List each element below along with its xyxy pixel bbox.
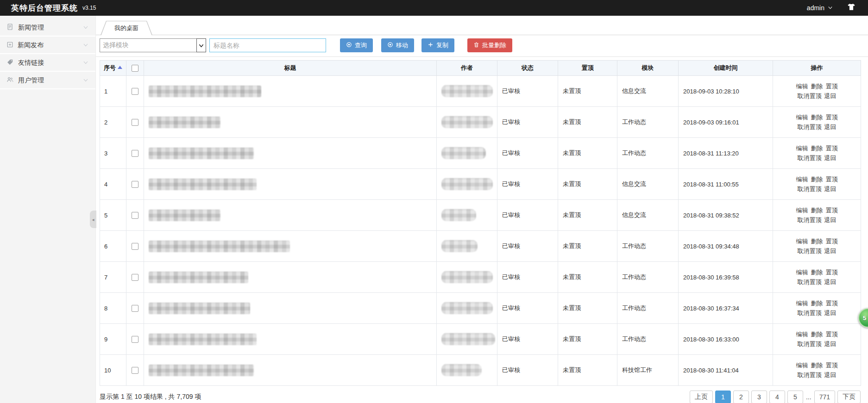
column-header-top[interactable]: 置顶 xyxy=(558,61,617,76)
row-checkbox[interactable] xyxy=(132,181,138,188)
row-checkbox[interactable] xyxy=(132,150,138,157)
column-header-status[interactable]: 状态 xyxy=(497,61,558,76)
row-checkbox[interactable] xyxy=(132,243,138,250)
column-header-title[interactable]: 标题 xyxy=(144,61,437,76)
delete-link[interactable]: 删除 xyxy=(811,145,823,152)
row-checkbox[interactable] xyxy=(132,274,138,281)
cancel-top-link[interactable]: 取消置顶 xyxy=(798,279,822,285)
cancel-top-link[interactable]: 取消置顶 xyxy=(798,310,822,316)
cancel-top-link[interactable]: 取消置顶 xyxy=(798,186,822,192)
next-page-button[interactable]: 下页 xyxy=(837,391,861,403)
return-link[interactable]: 退回 xyxy=(824,217,837,223)
tab-my-desktop[interactable]: 我的桌面 xyxy=(101,21,152,35)
row-checkbox[interactable] xyxy=(132,336,138,343)
edit-link[interactable]: 编辑 xyxy=(796,207,808,214)
return-link[interactable]: 退回 xyxy=(824,124,837,130)
delete-link[interactable]: 删除 xyxy=(811,176,823,183)
delete-link[interactable]: 删除 xyxy=(811,114,823,121)
stick-top-link[interactable]: 置顶 xyxy=(826,300,838,307)
sidebar-item-news-management[interactable]: 新闻管理 xyxy=(0,20,95,37)
edit-link[interactable]: 编辑 xyxy=(796,145,808,152)
last-page-button[interactable]: 771 xyxy=(814,391,835,403)
page-button[interactable]: 4 xyxy=(769,391,785,403)
cancel-top-link[interactable]: 取消置顶 xyxy=(798,248,822,254)
stick-top-link[interactable]: 置顶 xyxy=(826,145,838,152)
stick-top-link[interactable]: 置顶 xyxy=(826,362,838,369)
return-link[interactable]: 退回 xyxy=(824,372,837,378)
return-link[interactable]: 退回 xyxy=(824,310,837,316)
return-link[interactable]: 退回 xyxy=(824,186,837,192)
column-header-created[interactable]: 创建时间 xyxy=(679,61,773,76)
page-button[interactable]: 1 xyxy=(715,391,731,403)
delete-link[interactable]: 删除 xyxy=(811,269,823,276)
return-link[interactable]: 退回 xyxy=(824,155,837,161)
column-header-module[interactable]: 模块 xyxy=(617,61,679,76)
edit-link[interactable]: 编辑 xyxy=(796,114,808,121)
app-version: v3.15 xyxy=(82,5,96,11)
row-title-cell xyxy=(144,107,437,138)
return-link[interactable]: 退回 xyxy=(824,341,837,347)
title-redacted xyxy=(149,303,250,314)
edit-link[interactable]: 编辑 xyxy=(796,83,808,90)
delete-link[interactable]: 删除 xyxy=(811,331,823,338)
edit-link[interactable]: 编辑 xyxy=(796,269,808,276)
row-checkbox[interactable] xyxy=(132,212,138,219)
sidebar-item-friend-links[interactable]: 友情链接 xyxy=(0,55,95,72)
batch-delete-button[interactable]: 批量删除 xyxy=(467,38,512,52)
edit-link[interactable]: 编辑 xyxy=(796,362,808,369)
admin-user-menu[interactable]: admin xyxy=(807,4,833,12)
stick-top-link[interactable]: 置顶 xyxy=(826,207,838,214)
cancel-top-link[interactable]: 取消置顶 xyxy=(798,124,822,130)
delete-link[interactable]: 删除 xyxy=(811,238,823,245)
return-link[interactable]: 退回 xyxy=(824,93,837,99)
stick-top-link[interactable]: 置顶 xyxy=(826,269,838,276)
row-created-time: 2018-09-03 09:16:01 xyxy=(679,107,773,138)
column-header-serial[interactable]: 序号 xyxy=(100,61,126,76)
title-redacted xyxy=(149,86,261,97)
page-button[interactable]: 2 xyxy=(733,391,749,403)
edit-link[interactable]: 编辑 xyxy=(796,238,808,245)
select-all-checkbox[interactable] xyxy=(132,65,138,72)
row-checkbox[interactable] xyxy=(132,119,138,126)
cancel-top-link[interactable]: 取消置顶 xyxy=(798,217,822,223)
sidebar-item-user-management[interactable]: 用户管理 xyxy=(0,73,95,89)
stick-top-link[interactable]: 置顶 xyxy=(826,83,838,90)
return-link[interactable]: 退回 xyxy=(824,279,837,285)
edit-link[interactable]: 编辑 xyxy=(796,300,808,307)
delete-link[interactable]: 删除 xyxy=(811,300,823,307)
row-top-status: 未置顶 xyxy=(558,169,617,200)
column-header-author[interactable]: 作者 xyxy=(437,61,497,76)
stick-top-link[interactable]: 置顶 xyxy=(826,331,838,338)
prev-page-button[interactable]: 上页 xyxy=(690,391,713,403)
collapse-sidebar-handle[interactable]: ◂ xyxy=(90,211,96,228)
title-search-input[interactable] xyxy=(209,38,326,52)
edit-link[interactable]: 编辑 xyxy=(796,331,808,338)
sidebar-item-news-publish[interactable]: 新闻发布 xyxy=(0,37,95,54)
stick-top-link[interactable]: 置顶 xyxy=(826,114,838,121)
stick-top-link[interactable]: 置顶 xyxy=(826,176,838,183)
row-checkbox[interactable] xyxy=(132,367,138,374)
tshirt-theme-icon[interactable] xyxy=(847,3,856,13)
row-checkbox[interactable] xyxy=(132,88,138,95)
module-select[interactable]: 选择模块 xyxy=(100,38,206,52)
tab-label: 我的桌面 xyxy=(101,21,152,35)
title-redacted xyxy=(149,117,220,128)
return-link[interactable]: 退回 xyxy=(824,248,837,254)
page-button[interactable]: 5 xyxy=(787,391,803,403)
stick-top-link[interactable]: 置顶 xyxy=(826,238,838,245)
query-button[interactable]: 查询 xyxy=(340,38,373,52)
row-module: 信息交流 xyxy=(617,76,679,107)
delete-link[interactable]: 删除 xyxy=(811,362,823,369)
cancel-top-link[interactable]: 取消置顶 xyxy=(798,341,822,347)
row-checkbox[interactable] xyxy=(132,305,138,312)
delete-link[interactable]: 删除 xyxy=(811,83,823,90)
move-button[interactable]: 移动 xyxy=(381,38,414,52)
copy-button[interactable]: 复制 xyxy=(421,38,454,52)
cancel-top-link[interactable]: 取消置顶 xyxy=(798,93,822,99)
page-button[interactable]: 3 xyxy=(751,391,767,403)
edit-link[interactable]: 编辑 xyxy=(796,176,808,183)
delete-link[interactable]: 删除 xyxy=(811,207,823,214)
tag-icon xyxy=(6,58,14,68)
cancel-top-link[interactable]: 取消置顶 xyxy=(798,372,822,378)
cancel-top-link[interactable]: 取消置顶 xyxy=(798,155,822,161)
